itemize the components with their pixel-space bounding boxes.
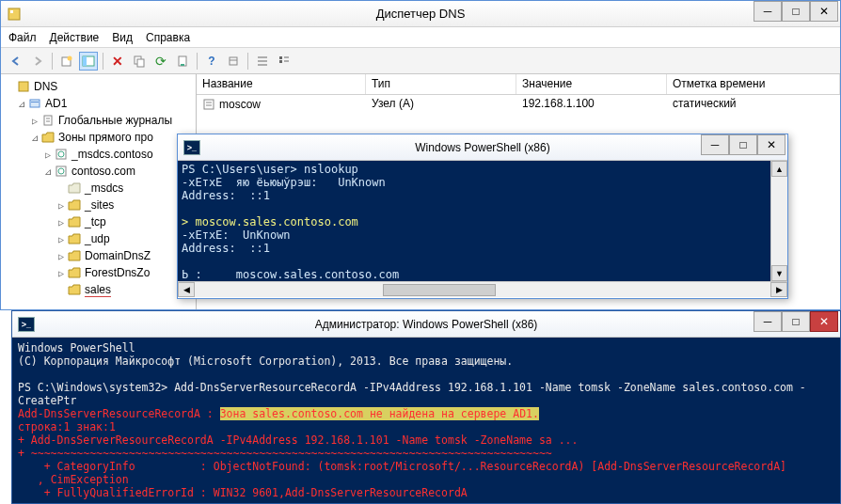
col-value[interactable]: Значение <box>516 74 667 94</box>
ps-line: > moscow.sales.contoso.com <box>182 215 358 228</box>
folder-icon <box>40 130 56 145</box>
record-value: 192.168.1.100 <box>516 95 667 114</box>
tree-c-domaindns[interactable]: ▷DomainDnsZ <box>3 247 194 264</box>
tree-forward-zones[interactable]: ⊿Зоны прямого про <box>3 129 194 146</box>
menu-file[interactable]: Файл <box>8 31 37 44</box>
copy-button[interactable] <box>130 52 149 71</box>
forward-button[interactable] <box>28 52 47 71</box>
folder-icon <box>67 248 82 263</box>
export-button[interactable] <box>173 52 192 71</box>
ps-line: (C) Корпорация Майкрософт (Microsoft Cor… <box>18 354 513 368</box>
col-timestamp[interactable]: Отметка времени <box>667 74 840 94</box>
folder-icon <box>67 231 82 246</box>
svg-rect-20 <box>31 102 39 102</box>
scroll-right-button[interactable]: ▶ <box>770 282 787 297</box>
svg-rect-7 <box>137 59 144 67</box>
toolbar-separator <box>52 53 53 70</box>
menu-view[interactable]: Вид <box>112 31 133 44</box>
scroll-left-button[interactable]: ◀ <box>178 282 195 297</box>
menu-action[interactable]: Действие <box>50 31 100 44</box>
filter-button[interactable] <box>224 52 243 71</box>
folder-icon <box>67 282 82 297</box>
help-button[interactable]: ? <box>202 52 221 71</box>
close-button[interactable]: ✕ <box>757 134 785 155</box>
list-view-button[interactable] <box>253 52 272 71</box>
ps-error-highlight: Зона sales.contoso.com не найдена на сер… <box>220 407 539 420</box>
ps2-title-text: Администратор: Windows PowerShell (x86) <box>315 318 538 331</box>
ps-line: Ь : moscow.sales.contoso.com <box>182 268 399 281</box>
ps-error-line: + FullyQualifiedErrorId : WIN32 9601,Add… <box>18 486 468 499</box>
horizontal-scrollbar[interactable]: ◀ ▶ <box>178 281 787 297</box>
tree-c-tcp[interactable]: ▷_tcp <box>3 213 194 230</box>
toolbar: ✕ ⟳ ? <box>1 48 840 74</box>
maximize-button[interactable]: □ <box>729 134 757 155</box>
tree-c-sites[interactable]: ▷_sites <box>3 197 194 213</box>
scroll-thumb[interactable] <box>383 284 496 296</box>
tree-dns-root[interactable]: DNS <box>3 78 194 95</box>
svg-rect-15 <box>279 60 282 63</box>
scroll-down-button[interactable]: ▼ <box>771 265 787 281</box>
svg-rect-14 <box>279 56 282 59</box>
ps-line: Windows PowerShell <box>18 341 135 354</box>
new-button[interactable] <box>57 52 76 71</box>
folder-icon <box>67 214 82 229</box>
ps2-titlebar[interactable]: >_ Администратор: Windows PowerShell (x8… <box>12 311 840 338</box>
minimize-button[interactable]: ─ <box>701 134 729 155</box>
record-type: Узел (A) <box>366 95 516 114</box>
tree-c-forestdns[interactable]: ▷ForestDnsZo <box>3 264 194 281</box>
ps-console[interactable]: PS C:\Users\user> nslookup -xEтxE яю ёью… <box>178 161 787 281</box>
svg-rect-0 <box>8 8 20 20</box>
minimize-button[interactable]: ─ <box>754 311 782 332</box>
ps2-console[interactable]: Windows PowerShell (C) Корпорация Майкро… <box>12 338 840 503</box>
powershell-window[interactable]: >_ Windows PowerShell (x86) ─ □ ✕ PS C:\… <box>177 134 788 299</box>
powershell-icon: >_ <box>18 317 35 332</box>
scroll-up-button[interactable]: ▲ <box>771 161 787 177</box>
tree-msdcs-zone[interactable]: ▷_msdcs.contoso <box>3 146 194 163</box>
tree-pane[interactable]: DNS ⊿AD1 ▷Глобальные журналы ⊿Зоны прямо… <box>1 74 197 309</box>
menubar: Файл Действие Вид Справка <box>1 27 840 48</box>
back-button[interactable] <box>7 52 25 71</box>
record-timestamp: статический <box>667 95 840 114</box>
ps-titlebar[interactable]: >_ Windows PowerShell (x86) ─ □ ✕ <box>178 134 787 161</box>
record-name: moscow <box>219 98 261 111</box>
svg-rect-1 <box>10 10 13 13</box>
dns-window-controls: ─ □ ✕ <box>754 1 840 22</box>
tree-c-msdcs[interactable]: _msdcs <box>3 180 194 197</box>
col-type[interactable]: Тип <box>366 74 516 94</box>
tree-c-udp[interactable]: ▷_udp <box>3 230 194 247</box>
folder-icon <box>67 265 82 280</box>
refresh-button[interactable]: ⟳ <box>151 52 170 71</box>
svg-rect-28 <box>204 100 214 109</box>
delete-button[interactable]: ✕ <box>108 52 127 71</box>
maximize-button[interactable]: □ <box>782 311 810 332</box>
close-button[interactable]: ✕ <box>810 1 838 22</box>
tree-global-logs[interactable]: ▷Глобальные журналы <box>3 112 194 129</box>
minimize-button[interactable]: ─ <box>754 1 782 22</box>
logs-icon <box>40 113 56 128</box>
dns-root-icon <box>16 79 31 94</box>
tree-contoso-zone[interactable]: ⊿contoso.com <box>3 163 194 180</box>
svg-rect-18 <box>19 82 28 91</box>
col-name[interactable]: Название <box>197 74 366 94</box>
vertical-scrollbar[interactable]: ▲ ▼ <box>770 161 787 281</box>
scroll-track[interactable] <box>771 177 787 265</box>
ps-line: Address: ::1 <box>182 189 270 202</box>
close-button[interactable]: ✕ <box>810 311 838 332</box>
admin-powershell-window[interactable]: >_ Администратор: Windows PowerShell (x8… <box>11 310 841 504</box>
record-row[interactable]: moscow Узел (A) 192.168.1.100 статически… <box>197 95 840 114</box>
folder-icon <box>67 197 82 213</box>
scroll-track[interactable] <box>195 282 770 297</box>
svg-rect-21 <box>44 116 52 125</box>
tree-server[interactable]: ⊿AD1 <box>3 95 194 112</box>
ps-line: -xEтxE: UnKnown <box>182 228 291 242</box>
detail-view-button[interactable] <box>275 52 294 71</box>
toolbar-separator <box>197 53 198 70</box>
tree-c-sales[interactable]: sales <box>3 281 194 298</box>
dns-titlebar[interactable]: Диспетчер DNS ─ □ ✕ <box>1 1 840 27</box>
ps-error-line: Add-DnsServerResourceRecordA : <box>18 407 220 420</box>
show-pane-button[interactable] <box>79 52 98 71</box>
list-header: Название Тип Значение Отметка времени <box>197 74 840 95</box>
menu-help[interactable]: Справка <box>146 31 190 44</box>
maximize-button[interactable]: □ <box>782 1 810 22</box>
dns-app-icon <box>7 7 22 22</box>
